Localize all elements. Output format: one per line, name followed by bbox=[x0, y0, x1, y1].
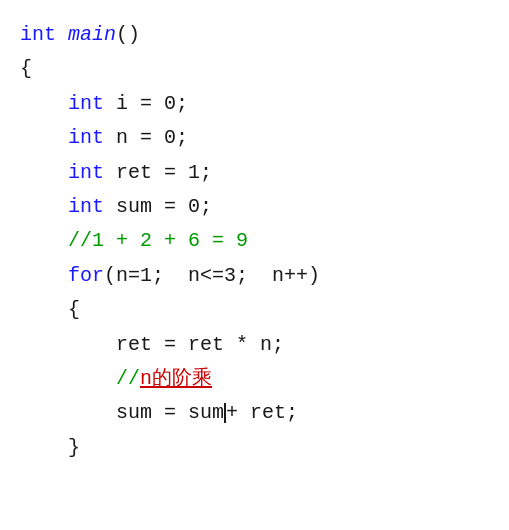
inner-brace-close: } bbox=[68, 436, 80, 459]
indent11 bbox=[20, 436, 68, 459]
line-comment1: //1 + 2 + 6 = 9 bbox=[20, 224, 489, 258]
keyword-int-main: int bbox=[20, 23, 56, 46]
line-signature: int main() bbox=[20, 18, 489, 52]
ret-assign: ret = ret * n; bbox=[116, 333, 284, 356]
sum-assign-right: + ret; bbox=[226, 401, 298, 424]
keyword-int-sum: int bbox=[68, 195, 104, 218]
function-name: main bbox=[68, 23, 116, 46]
indent4 bbox=[20, 195, 68, 218]
decl-sum: sum = 0; bbox=[104, 195, 212, 218]
line-ret-assign: ret = ret * n; bbox=[20, 328, 489, 362]
line-sum-assign: sum = sum+ ret; bbox=[20, 396, 489, 430]
line-int-ret: int ret = 1; bbox=[20, 156, 489, 190]
line-brace-open: { bbox=[20, 52, 489, 86]
decl-n: n = 0; bbox=[104, 126, 188, 149]
inner-brace-open: { bbox=[68, 298, 80, 321]
comment-sum: //1 + 2 + 6 = 9 bbox=[68, 229, 248, 252]
parens: () bbox=[116, 23, 140, 46]
comment-cn-text: n的阶乘 bbox=[140, 367, 212, 390]
line-for: for(n=1; n<=3; n++) bbox=[20, 259, 489, 293]
keyword-int-n: int bbox=[68, 126, 104, 149]
line-int-i: int i = 0; bbox=[20, 87, 489, 121]
indent1 bbox=[20, 92, 68, 115]
for-params: (n=1; n<=3; n++) bbox=[104, 264, 320, 287]
keyword-int-i: int bbox=[68, 92, 104, 115]
line-inner-brace-open: { bbox=[20, 293, 489, 327]
brace-open: { bbox=[20, 57, 32, 80]
line-comment-cn: //n的阶乘 bbox=[20, 362, 489, 396]
indent3 bbox=[20, 161, 68, 184]
indent9 bbox=[20, 367, 116, 390]
line-inner-brace-close: } bbox=[20, 431, 489, 465]
line-int-sum: int sum = 0; bbox=[20, 190, 489, 224]
indent8 bbox=[20, 333, 116, 356]
code-editor: int main() { int i = 0; int n = 0; int r… bbox=[0, 0, 509, 530]
indent7 bbox=[20, 298, 68, 321]
indent6 bbox=[20, 264, 68, 287]
indent5 bbox=[20, 229, 68, 252]
decl-ret: ret = 1; bbox=[104, 161, 212, 184]
indent2 bbox=[20, 126, 68, 149]
indent10 bbox=[20, 401, 116, 424]
keyword-for: for bbox=[68, 264, 104, 287]
decl-i: i = 0; bbox=[104, 92, 188, 115]
comment-cn-slash: // bbox=[116, 367, 140, 390]
line-int-n: int n = 0; bbox=[20, 121, 489, 155]
sum-assign-left: sum = sum bbox=[116, 401, 224, 424]
keyword-int-ret: int bbox=[68, 161, 104, 184]
